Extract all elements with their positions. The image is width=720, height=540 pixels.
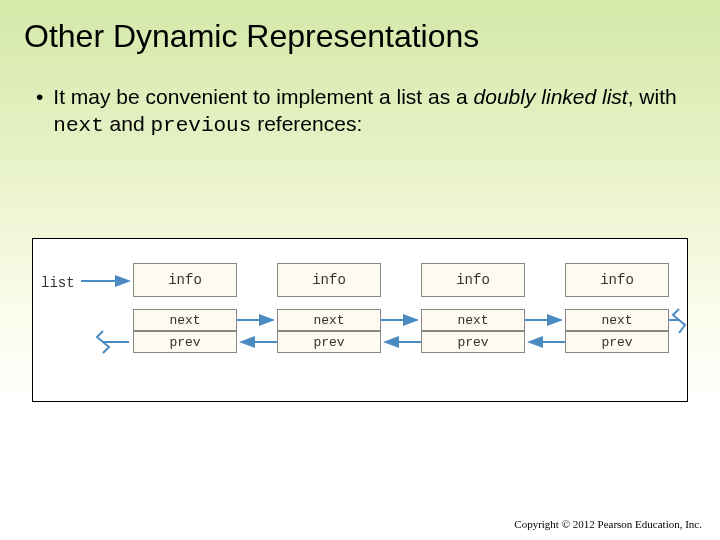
bullet-part1: It may be convenient to implement a list… [53, 85, 473, 108]
prev-cell: prev [133, 331, 237, 353]
list-label: list [41, 275, 75, 291]
prev-cell: prev [565, 331, 669, 353]
prev-cell: prev [277, 331, 381, 353]
copyright-text: Copyright © 2012 Pearson Education, Inc. [514, 518, 702, 530]
info-cell: info [133, 263, 237, 297]
info-cell: info [277, 263, 381, 297]
bullet-item: • It may be convenient to implement a li… [0, 55, 720, 140]
bullet-marker: • [36, 83, 43, 140]
next-cell: next [277, 309, 381, 331]
info-cell: info [421, 263, 525, 297]
next-cell: next [133, 309, 237, 331]
bullet-part3: and [104, 112, 151, 135]
list-node: info next prev [133, 263, 237, 353]
list-node: info next prev [421, 263, 525, 353]
next-cell: next [421, 309, 525, 331]
slide-title: Other Dynamic Representations [0, 0, 720, 55]
list-node: info next prev [565, 263, 669, 353]
bullet-italic1: doubly linked list [474, 85, 628, 108]
prev-cell: prev [421, 331, 525, 353]
bullet-part2: , with [628, 85, 677, 108]
bullet-mono2: previous [151, 114, 252, 137]
bullet-mono1: next [53, 114, 103, 137]
info-cell: info [565, 263, 669, 297]
bullet-part4: references: [251, 112, 362, 135]
linked-list-diagram: list info next prev info next prev info … [33, 239, 687, 401]
next-cell: next [565, 309, 669, 331]
diagram-frame: list info next prev info next prev info … [32, 238, 688, 402]
bullet-text: It may be convenient to implement a list… [53, 83, 680, 140]
list-node: info next prev [277, 263, 381, 353]
